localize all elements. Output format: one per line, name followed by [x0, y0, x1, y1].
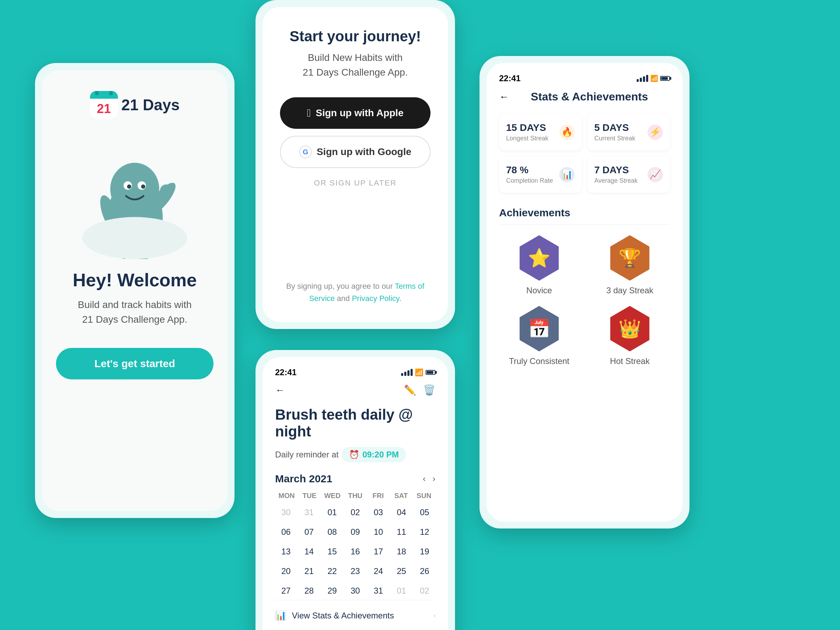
phone-signup: Start your journey! Build New Habits wit… [256, 0, 455, 329]
calendar-day[interactable]: 09 [344, 523, 366, 541]
calendar-day[interactable]: 02 [344, 503, 366, 521]
current-streak-label: Current Streak [594, 135, 635, 142]
hot-streak-label: Hot Streak [610, 356, 650, 366]
longest-streak-label: Longest Streak [506, 135, 548, 142]
logo-number: 21 [97, 101, 111, 116]
calendar-day[interactable]: 04 [391, 503, 412, 521]
calendar-day[interactable]: 30 [344, 582, 366, 600]
clock-icon: ⏰ [349, 450, 360, 459]
google-icon: G [299, 145, 312, 158]
trend-icon: 📈 [647, 167, 663, 182]
view-stats-menu-item[interactable]: 📊 View Stats & Achievements › [275, 600, 436, 630]
stat-completion-rate: 78 % Completion Rate 📊 [499, 156, 582, 193]
welcome-subtitle: Build and track habits with21 Days Chall… [78, 297, 191, 327]
bar-chart-icon: 📊 [559, 167, 575, 182]
completion-rate-value: 78 % [506, 164, 553, 176]
reminder-time-value: 09:20 PM [362, 450, 399, 459]
calendar-day[interactable]: 18 [391, 543, 412, 561]
consistent-badge: 📅 [516, 306, 562, 351]
calendar-day[interactable]: 05 [414, 503, 436, 521]
calendar-day[interactable]: 10 [368, 523, 389, 541]
habit-title: Brush teeth daily @ night [275, 406, 436, 440]
novice-badge: ⭐ [516, 235, 562, 281]
calendar-day[interactable]: 01 [321, 503, 343, 521]
reminder-label: Daily reminder at [275, 450, 338, 459]
app-logo: 21 21 Days [90, 91, 180, 119]
stats-icon: 📊 [275, 610, 286, 621]
terms-text: By signing up, you agree to our Terms of… [280, 280, 431, 305]
calendar-day[interactable]: 02 [414, 582, 436, 600]
status-bar-4: 22:41 📶 [499, 74, 670, 83]
achievement-novice: ⭐ Novice [499, 235, 579, 295]
signal-icon-4 [637, 75, 648, 82]
stat-average-streak: 7 DAYS Average Streak 📈 [587, 156, 670, 193]
status-icons: 📶 [401, 368, 436, 377]
nav-bar: ← ✏️ 🗑️ [275, 384, 436, 396]
calendar-day[interactable]: 25 [391, 562, 412, 580]
calendar-day[interactable]: 19 [414, 543, 436, 561]
calendar-day[interactable]: 22 [321, 562, 343, 580]
calendar-day[interactable]: 27 [275, 582, 297, 600]
achievement-3day: 🏆 3 day Streak [590, 235, 670, 295]
delete-icon[interactable]: 🗑️ [423, 384, 436, 396]
current-streak-value: 5 DAYS [594, 122, 635, 133]
calendar-day[interactable]: 26 [414, 562, 436, 580]
reminder-row: Daily reminder at ⏰ 09:20 PM [275, 447, 436, 463]
calendar-day[interactable]: 31 [368, 582, 389, 600]
svg-point-9 [141, 185, 145, 189]
longest-streak-value: 15 DAYS [506, 122, 548, 133]
phone-stats: 22:41 📶 ← Stats & Achievements [480, 56, 690, 529]
3day-badge: 🏆 [607, 235, 653, 281]
apple-btn-label: Sign up with Apple [316, 107, 404, 118]
stats-grid: 15 DAYS Longest Streak 🔥 5 DAYS Current … [499, 114, 670, 193]
achievement-hot-streak: 👑 Hot Streak [590, 306, 670, 366]
calendar-days: 30 31 01 02 03 04 05 06 07 08 09 10 11 1… [275, 503, 436, 600]
calendar-day[interactable]: 24 [368, 562, 389, 580]
calendar-day[interactable]: 31 [298, 503, 320, 521]
calendar-navigation[interactable]: ‹ › [423, 474, 436, 484]
or-later-label[interactable]: OR SIGN UP LATER [314, 178, 397, 188]
calendar-day[interactable]: 13 [275, 543, 297, 561]
calendar-day[interactable]: 30 [275, 503, 297, 521]
get-started-button[interactable]: Let's get started [56, 348, 213, 379]
calendar-day[interactable]: 11 [391, 523, 412, 541]
calendar-day[interactable]: 12 [414, 523, 436, 541]
consistent-label: Truly Consistent [509, 356, 570, 366]
next-month-button[interactable]: › [433, 474, 436, 484]
average-streak-label: Average Streak [594, 177, 638, 185]
google-signup-button[interactable]: G Sign up with Google [280, 136, 431, 168]
calendar-day[interactable]: 21 [298, 562, 320, 580]
achievement-consistent: 📅 Truly Consistent [499, 306, 579, 366]
hot-streak-badge: 👑 [607, 306, 653, 351]
calendar-day[interactable]: 16 [344, 543, 366, 561]
fire-icon: 🔥 [559, 125, 575, 140]
calendar-day[interactable]: 28 [298, 582, 320, 600]
prev-month-button[interactable]: ‹ [423, 474, 426, 484]
habit-menu: 📊 View Stats & Achievements › 👥 Add an A… [275, 600, 436, 630]
wifi-icon-4: 📶 [650, 74, 658, 82]
signal-icon [401, 369, 413, 376]
calendar-month: March 2021 [275, 473, 332, 485]
calendar-day[interactable]: 23 [344, 562, 366, 580]
stats-page-title: Stats & Achievements [509, 90, 670, 103]
back-button-stats[interactable]: ← [499, 92, 509, 103]
apple-signup-button[interactable]:  Sign up with Apple [280, 97, 431, 129]
calendar-day[interactable]: 17 [368, 543, 389, 561]
calendar-day[interactable]: 15 [321, 543, 343, 561]
calendar-day[interactable]: 03 [368, 503, 389, 521]
edit-icon[interactable]: ✏️ [404, 384, 416, 396]
3day-label: 3 day Streak [606, 286, 654, 295]
calendar-header: March 2021 ‹ › [275, 473, 436, 485]
achievements-section-title: Achievements [499, 207, 670, 225]
calendar-day[interactable]: 01 [391, 582, 412, 600]
novice-label: Novice [526, 286, 552, 295]
calendar-day[interactable]: 29 [321, 582, 343, 600]
days-of-week: MON TUE WED THU FRI SAT SUN [275, 492, 436, 500]
back-button[interactable]: ← [275, 385, 285, 396]
calendar-day[interactable]: 06 [275, 523, 297, 541]
calendar-day[interactable]: 14 [298, 543, 320, 561]
calendar-day[interactable]: 07 [298, 523, 320, 541]
calendar-day[interactable]: 20 [275, 562, 297, 580]
mascot-illustration [79, 133, 191, 259]
calendar-day[interactable]: 08 [321, 523, 343, 541]
